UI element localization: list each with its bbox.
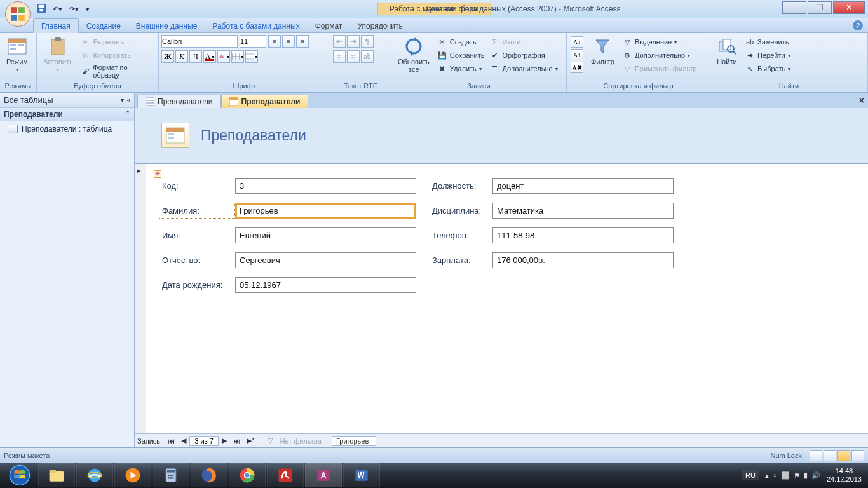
recnav-search[interactable]: Григорьев bbox=[332, 436, 376, 446]
view-datasheet-button[interactable] bbox=[824, 450, 836, 461]
delete-record-button[interactable]: ✖Удалить ▾ bbox=[436, 63, 486, 74]
cut-button[interactable]: ✂Вырезать bbox=[79, 36, 156, 48]
field-position[interactable]: доцент bbox=[492, 178, 674, 194]
underline-button[interactable]: Ч bbox=[189, 50, 202, 63]
nav-item-teachers-table[interactable]: Преподаватели : таблица bbox=[0, 121, 134, 137]
save-record-button[interactable]: 💾Сохранить bbox=[436, 50, 486, 61]
battery-icon[interactable]: ▮ bbox=[804, 471, 808, 480]
field-dob[interactable]: 05.12.1967 bbox=[235, 277, 416, 293]
tab-external[interactable]: Внешние данные bbox=[128, 19, 205, 32]
sort-asc-button[interactable]: A↓ bbox=[571, 36, 583, 48]
network-icon[interactable]: ⬜ bbox=[781, 471, 790, 480]
decrease-indent-button[interactable]: ⇤ bbox=[333, 35, 346, 48]
recnav-first-button[interactable]: ⏮ bbox=[165, 437, 178, 445]
tray-icons[interactable]: ▴ ᚼ ⬜ ⚑ ▮ 🔊 bbox=[765, 471, 820, 480]
taskbar-ie-icon[interactable] bbox=[76, 463, 113, 487]
label-code[interactable]: Код: bbox=[159, 178, 235, 194]
doc-tab-form[interactable]: Преподаватели bbox=[221, 95, 309, 108]
goto-button[interactable]: ➜Перейти▾ bbox=[743, 50, 792, 61]
tray-clock[interactable]: 14:4824.12.2013 bbox=[827, 467, 865, 484]
align-right-button[interactable]: ≡ bbox=[296, 35, 309, 48]
taskbar-wmp-icon[interactable] bbox=[114, 463, 151, 487]
font-size-combo[interactable] bbox=[240, 35, 266, 48]
highlight-button[interactable]: ab bbox=[361, 50, 374, 63]
bullets-button[interactable]: ≡ bbox=[347, 50, 360, 63]
label-lastname[interactable]: Фамилия: bbox=[159, 203, 235, 219]
tray-language[interactable]: RU bbox=[742, 470, 759, 480]
recnav-prev-button[interactable]: ◀ bbox=[178, 437, 189, 445]
taskbar-word-icon[interactable] bbox=[343, 463, 380, 487]
more-records-button[interactable]: ☰Дополнительно▾ bbox=[488, 63, 559, 74]
align-left-button[interactable]: ≡ bbox=[268, 35, 281, 48]
nav-header-title[interactable]: Все таблицы bbox=[4, 95, 53, 105]
clear-sort-button[interactable]: A✖ bbox=[571, 62, 583, 73]
qat-redo-icon[interactable]: ↷▾ bbox=[67, 4, 81, 15]
label-phone[interactable]: Телефон: bbox=[429, 227, 492, 243]
font-color-button[interactable]: A bbox=[203, 50, 216, 63]
close-button[interactable]: ✕ bbox=[833, 1, 865, 14]
recnav-new-button[interactable]: ▶* bbox=[243, 437, 257, 445]
tab-home[interactable]: Главная bbox=[33, 18, 79, 33]
view-layout-button[interactable] bbox=[837, 450, 850, 461]
italic-button[interactable]: К bbox=[175, 50, 188, 63]
qat-undo-icon[interactable]: ↶▾ bbox=[50, 4, 65, 15]
selection-filter-button[interactable]: ▽Выделение▾ bbox=[621, 36, 698, 48]
format-painter-button[interactable]: 🖌Формат по образцу bbox=[79, 63, 156, 79]
maximize-button[interactable]: ☐ bbox=[808, 1, 832, 14]
increase-indent-button[interactable]: ⇥ bbox=[347, 35, 360, 48]
start-button[interactable] bbox=[3, 463, 37, 488]
doc-tab-table[interactable]: Преподаватели bbox=[137, 95, 221, 108]
totals-button[interactable]: ΣИтоги bbox=[488, 36, 559, 48]
advanced-filter-button[interactable]: ⚙Дополнительно▾ bbox=[621, 50, 698, 61]
tab-dbtools[interactable]: Работа с базами данных bbox=[205, 19, 307, 32]
label-firstname[interactable]: Имя: bbox=[159, 227, 235, 243]
copy-button[interactable]: ⎘Копировать bbox=[79, 50, 156, 61]
tab-format[interactable]: Формат bbox=[308, 19, 350, 32]
field-patronymic[interactable]: Сергеевич bbox=[235, 252, 416, 268]
tab-create[interactable]: Создание bbox=[79, 19, 128, 32]
layout-anchor-icon[interactable]: ✥ bbox=[154, 170, 161, 178]
tray-up-icon[interactable]: ▴ bbox=[765, 471, 769, 480]
new-record-button[interactable]: ✳Создать bbox=[436, 36, 486, 48]
nav-group-teachers[interactable]: Преподаватели⌃ bbox=[0, 108, 134, 121]
help-icon[interactable]: ? bbox=[853, 20, 863, 30]
fill-color-button[interactable] bbox=[217, 50, 230, 63]
recnav-position[interactable] bbox=[189, 436, 219, 446]
label-discipline[interactable]: Дисциплина: bbox=[429, 203, 492, 219]
taskbar-acrobat-icon[interactable] bbox=[267, 463, 304, 487]
recnav-next-button[interactable]: ▶ bbox=[219, 437, 230, 445]
gridlines-button[interactable] bbox=[231, 50, 244, 63]
taskbar-access-icon[interactable] bbox=[305, 463, 342, 487]
label-salary[interactable]: Зарплата: bbox=[429, 252, 492, 268]
taskbar-explorer-icon[interactable] bbox=[38, 463, 75, 487]
taskbar-firefox-icon[interactable] bbox=[191, 463, 227, 487]
nav-dropdown-icon[interactable]: ▾ bbox=[121, 97, 124, 104]
field-firstname[interactable]: Евгений bbox=[235, 227, 416, 243]
nav-collapse-icon[interactable]: « bbox=[126, 97, 130, 104]
numbering-button[interactable]: ≡ bbox=[333, 50, 346, 63]
refresh-all-button[interactable]: Обновить все bbox=[394, 35, 433, 74]
align-center-button[interactable]: ≡ bbox=[282, 35, 295, 48]
view-mode-button[interactable]: Режим▾ bbox=[3, 35, 32, 74]
field-code[interactable]: 3 bbox=[235, 178, 416, 194]
label-position[interactable]: Должность: bbox=[429, 178, 492, 194]
taskbar-calc-icon[interactable] bbox=[153, 463, 189, 487]
field-phone[interactable]: 111-58-98 bbox=[492, 227, 674, 243]
minimize-button[interactable]: — bbox=[782, 1, 806, 14]
bold-button[interactable]: Ж bbox=[161, 50, 174, 63]
filter-button[interactable]: Фильтр bbox=[587, 35, 618, 67]
view-form-button[interactable] bbox=[810, 450, 822, 461]
toggle-filter-button[interactable]: ▽Применить фильтр bbox=[621, 63, 698, 74]
field-discipline[interactable]: Математика bbox=[492, 203, 674, 219]
doc-close-button[interactable]: × bbox=[859, 95, 864, 105]
volume-icon[interactable]: 🔊 bbox=[811, 471, 820, 480]
paste-button[interactable]: Вставить▾ bbox=[39, 35, 77, 74]
qat-save-icon[interactable] bbox=[34, 3, 48, 15]
view-design-button[interactable] bbox=[851, 450, 864, 461]
field-lastname[interactable]: Григорьев bbox=[235, 203, 416, 219]
field-salary[interactable]: 176 000,00р. bbox=[492, 252, 674, 268]
find-button[interactable]: Найти bbox=[713, 35, 741, 67]
flag-icon[interactable]: ⚑ bbox=[794, 471, 800, 480]
office-button[interactable] bbox=[5, 1, 31, 27]
label-patronymic[interactable]: Отчество: bbox=[159, 252, 235, 268]
